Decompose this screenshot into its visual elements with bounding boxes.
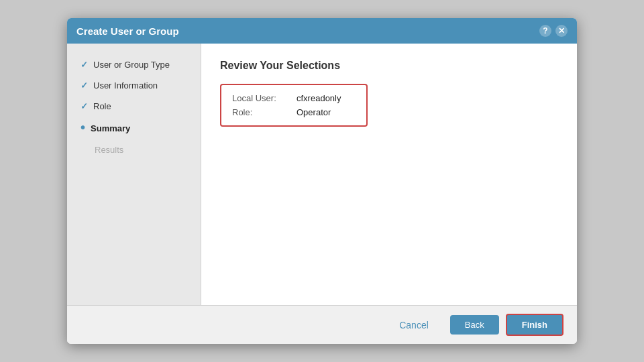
sidebar-label-results: Results xyxy=(95,145,123,155)
titlebar-icons: ? ✕ xyxy=(539,25,568,37)
sidebar: ✓ User or Group Type ✓ User Information … xyxy=(67,44,201,305)
dialog-title: Create User or Group xyxy=(76,25,179,37)
create-user-dialog: Create User or Group ? ✕ ✓ User or Group… xyxy=(67,18,577,344)
sidebar-item-role[interactable]: ✓ Role xyxy=(67,96,201,117)
dialog-titlebar: Create User or Group ? ✕ xyxy=(67,18,577,44)
sidebar-item-user-or-group-type[interactable]: ✓ User or Group Type xyxy=(67,54,201,75)
summary-row-localuser: Local User: cfxreadonly xyxy=(232,93,356,103)
section-title: Review Your Selections xyxy=(220,60,558,72)
sidebar-item-summary[interactable]: • Summary xyxy=(67,117,201,139)
sidebar-label-user-or-group-type: User or Group Type xyxy=(93,60,170,70)
summary-value-role: Operator xyxy=(297,107,331,117)
dialog-footer: Cancel Back Finish xyxy=(67,305,577,344)
summary-label-localuser: Local User: xyxy=(232,93,286,103)
sidebar-label-user-information: User Information xyxy=(93,80,158,90)
check-icon: ✓ xyxy=(80,60,88,70)
sidebar-item-user-information[interactable]: ✓ User Information xyxy=(67,75,201,96)
main-content: Review Your Selections Local User: cfxre… xyxy=(201,44,577,305)
finish-button[interactable]: Finish xyxy=(506,314,564,336)
help-icon[interactable]: ? xyxy=(539,25,551,37)
close-icon[interactable]: ✕ xyxy=(555,25,568,37)
sidebar-label-summary: Summary xyxy=(91,123,130,133)
dialog-body: ✓ User or Group Type ✓ User Information … xyxy=(67,44,577,305)
summary-row-role: Role: Operator xyxy=(232,107,356,117)
summary-label-role: Role: xyxy=(232,107,286,117)
dot-icon: • xyxy=(80,121,85,134)
sidebar-item-results: Results xyxy=(67,139,201,160)
back-button[interactable]: Back xyxy=(450,315,499,335)
check-icon: ✓ xyxy=(80,80,88,90)
summary-value-localuser: cfxreadonly xyxy=(297,93,341,103)
sidebar-label-role: Role xyxy=(93,101,111,111)
check-icon: ✓ xyxy=(80,101,88,111)
cancel-button[interactable]: Cancel xyxy=(384,315,443,335)
summary-box: Local User: cfxreadonly Role: Operator xyxy=(220,84,368,127)
